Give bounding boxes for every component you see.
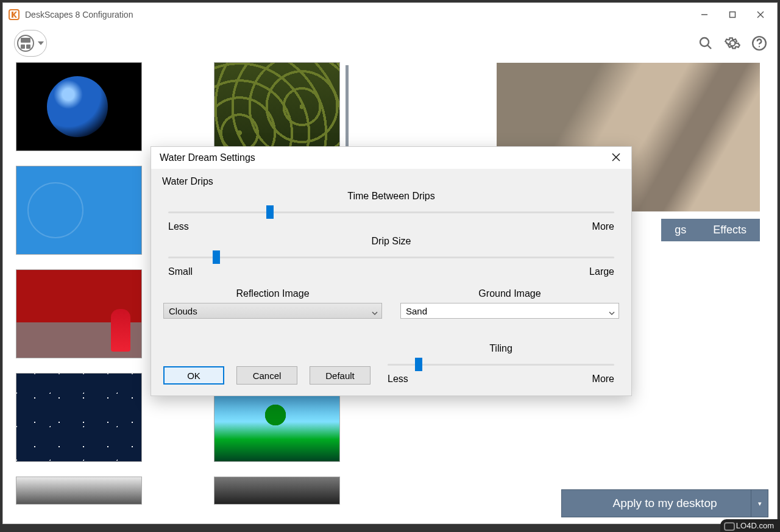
thumb-grass[interactable] [214,63,339,151]
slider2-max: Large [589,266,614,277]
app-icon [8,9,20,21]
slider1-handle[interactable] [266,205,274,219]
layout-icon [17,35,34,52]
reflection-combo[interactable]: Clouds [163,303,382,319]
thumb-globe[interactable] [16,63,141,151]
watermark: LO4D.com [720,519,780,532]
settings-dialog: Water Dream Settings Water Drips Time Be… [151,146,632,396]
titlebar: DeskScapes 8 Configuration [3,3,777,26]
default-button[interactable]: Default [310,366,370,385]
maximize-button[interactable] [718,5,746,24]
dialog-buttons: OK Cancel Default [163,366,370,385]
ground-value: Sand [406,306,427,316]
dialog-titlebar: Water Dream Settings [151,147,631,169]
slider1-track[interactable] [168,205,614,219]
slider2-handle[interactable] [213,250,220,264]
thumb-red-street[interactable] [16,270,141,358]
window-title: DeskScapes 8 Configuration [25,10,133,20]
toolbar [3,26,777,60]
ground-image-field: Ground Image Sand [400,288,619,319]
slider1-title: Time Between Drips [163,191,619,202]
ground-combo[interactable]: Sand [400,303,619,319]
vertical-divider[interactable] [346,65,349,151]
tab-settings[interactable]: gs [661,219,700,241]
tiling-track[interactable] [388,358,614,371]
cancel-button[interactable]: Cancel [236,366,297,385]
slider2-track[interactable] [168,250,614,264]
svg-point-8 [759,46,760,47]
reflection-image-field: Reflection Image Clouds [163,288,382,319]
search-icon[interactable] [697,34,715,52]
thumb-partial-2[interactable] [214,477,339,504]
ground-label: Ground Image [400,288,619,299]
tiling-title: Tiling [383,343,619,354]
dialog-close-button[interactable] [607,151,625,166]
slider-drip-size: Drip Size Small Large [163,236,619,277]
apply-button[interactable]: Apply to my desktop ▾ [561,489,768,517]
slider2-title: Drip Size [163,236,619,247]
slider2-min: Small [168,266,193,277]
dialog-title: Water Dream Settings [160,152,255,163]
reflection-label: Reflection Image [163,288,382,299]
slider1-min: Less [168,221,189,232]
help-icon[interactable] [750,34,768,52]
svg-rect-2 [730,12,736,18]
thumb-stars[interactable] [16,374,141,461]
minimize-button[interactable] [690,5,718,24]
tiling-min: Less [388,374,408,385]
close-button[interactable] [746,5,775,24]
section-water-drips: Water Drips [162,176,619,187]
tab-effects[interactable]: Effects [700,219,760,241]
slider-tiling: Tiling Less More [383,339,619,385]
slider-time-between-drips: Time Between Drips Less More [163,191,619,232]
gear-icon[interactable] [723,34,742,52]
apply-label: Apply to my desktop [612,497,717,510]
chevron-down-icon [38,41,44,45]
ok-button[interactable]: OK [163,366,224,385]
tiling-handle[interactable] [415,358,422,371]
thumb-partial-1[interactable] [16,477,141,504]
apply-dropdown[interactable]: ▾ [751,490,768,517]
svg-line-6 [707,45,711,49]
chevron-down-icon [372,308,378,318]
svg-point-5 [700,38,709,46]
tiling-max: More [592,374,614,385]
thumb-blue[interactable] [16,166,141,254]
chevron-down-icon [609,308,615,318]
reflection-value: Clouds [169,306,197,316]
slider1-max: More [592,221,614,232]
view-menu-button[interactable] [14,30,47,57]
